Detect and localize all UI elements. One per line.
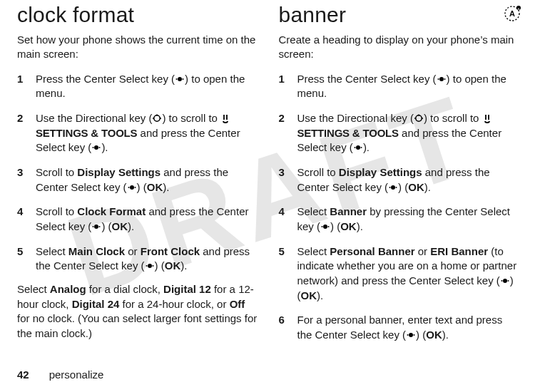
settings-tools-icon: [482, 113, 492, 123]
clock-format-section: clock format Set how your phone shows th…: [17, 3, 259, 353]
settings-tools-icon: [220, 113, 230, 123]
center-select-key-icon: [437, 73, 447, 83]
center-select-key-icon: [500, 275, 510, 285]
svg-point-33: [391, 185, 395, 190]
svg-point-42: [409, 333, 413, 337]
svg-point-37: [322, 226, 323, 227]
center-select-key-icon: [91, 221, 101, 231]
svg-point-28: [422, 118, 423, 119]
svg-point-20: [148, 264, 152, 268]
step-text: Use the Directional key () to scroll to …: [36, 111, 259, 155]
center-select-key-icon: [175, 73, 185, 83]
clock-format-note: Select Analog for a dial clock, Digital …: [17, 282, 259, 341]
page-number: 42: [17, 368, 29, 381]
svg-marker-29: [417, 114, 419, 115]
clock-format-intro: Set how your phone shows the current tim…: [17, 33, 259, 62]
svg-point-23: [439, 77, 444, 81]
step-number: 5: [279, 244, 289, 304]
list-item: 5 Select Personal Banner or ERI Banner (…: [279, 244, 521, 304]
list-item: 3 Scroll to Display Settings and press t…: [17, 165, 259, 195]
step-text: Select Banner by pressing the Center Sel…: [297, 205, 521, 234]
step-number: 4: [279, 205, 289, 234]
svg-point-44: [414, 334, 415, 336]
center-select-key-icon: [145, 260, 155, 270]
svg-point-4: [178, 77, 182, 81]
svg-point-8: [153, 118, 154, 119]
svg-point-24: [437, 78, 439, 80]
svg-point-12: [93, 147, 94, 148]
directional-key-icon: [414, 113, 424, 123]
step-number: 2: [17, 111, 27, 155]
step-text: Press the Center Select key () to open t…: [36, 72, 259, 101]
step-text: Select Personal Banner or ERI Banner (to…: [297, 244, 521, 304]
svg-point-35: [396, 187, 397, 188]
step-number: 6: [279, 313, 289, 342]
svg-point-11: [94, 145, 98, 150]
svg-point-18: [93, 226, 94, 227]
center-select-key-icon: [406, 329, 416, 339]
svg-point-41: [507, 280, 509, 282]
svg-point-25: [444, 78, 445, 80]
svg-point-43: [407, 334, 409, 336]
step-number: 4: [17, 205, 27, 234]
svg-point-22: [152, 265, 153, 267]
svg-point-31: [354, 147, 355, 148]
banner-section: banner Create a heading to display on yo…: [279, 3, 521, 353]
svg-point-13: [99, 147, 101, 148]
step-text: Scroll to Display Settings and press the…: [297, 165, 521, 195]
step-number: 1: [17, 72, 27, 101]
clock-format-heading: clock format: [17, 3, 259, 27]
step-text: Press the Center Select key () to open t…: [297, 72, 521, 101]
list-item: 1 Press the Center Select key () to open…: [17, 72, 259, 101]
list-item: 4 Scroll to Clock Format and press the C…: [17, 205, 259, 234]
svg-point-39: [503, 279, 507, 283]
svg-point-27: [414, 118, 416, 119]
svg-point-5: [176, 78, 178, 80]
step-text: Scroll to Display Settings and press the…: [36, 165, 259, 195]
svg-point-30: [356, 145, 360, 150]
list-item: 3 Scroll to Display Settings and press t…: [279, 165, 521, 195]
list-item: 6 For a personal banner, enter text and …: [279, 313, 521, 342]
step-text: Use the Directional key () to scroll to …: [297, 111, 521, 155]
center-select-key-icon: [388, 182, 398, 192]
step-text: Select Main Clock or Front Clock and pre…: [36, 244, 259, 274]
svg-point-17: [94, 225, 98, 229]
list-item: 2 Use the Directional key () to scroll t…: [17, 111, 259, 155]
list-item: 5 Select Main Clock or Front Clock and p…: [17, 244, 259, 274]
list-item: 2 Use the Directional key () to scroll t…: [279, 111, 521, 155]
step-number: 2: [279, 111, 289, 155]
svg-point-26: [416, 115, 422, 121]
svg-point-32: [360, 147, 362, 148]
center-select-key-icon: [353, 142, 363, 152]
svg-point-36: [323, 225, 327, 229]
svg-point-7: [154, 115, 160, 121]
banner-intro: Create a heading to display on your phon…: [279, 33, 521, 62]
banner-steps: 1 Press the Center Select key () to open…: [279, 72, 521, 343]
center-select-key-icon: [91, 142, 101, 152]
svg-point-38: [328, 226, 330, 227]
svg-point-14: [130, 185, 134, 190]
list-item: 4 Select Banner by pressing the Center S…: [279, 205, 521, 234]
svg-point-21: [146, 265, 147, 267]
center-select-key-icon: [320, 221, 330, 231]
svg-point-6: [183, 78, 184, 80]
svg-point-34: [389, 187, 391, 188]
step-number: 1: [279, 72, 289, 101]
directional-key-icon: [152, 113, 162, 123]
svg-point-19: [99, 226, 101, 227]
section-label: personalize: [49, 368, 104, 381]
step-text: For a personal banner, enter text and pr…: [297, 313, 521, 342]
svg-point-16: [134, 187, 136, 188]
step-number: 5: [17, 244, 27, 274]
banner-heading: banner: [279, 3, 521, 27]
clock-format-steps: 1 Press the Center Select key () to open…: [17, 72, 259, 274]
svg-point-15: [128, 187, 129, 188]
step-number: 3: [279, 165, 289, 195]
svg-point-40: [501, 280, 502, 282]
step-number: 3: [17, 165, 27, 195]
svg-marker-10: [156, 114, 158, 115]
list-item: 1 Press the Center Select key () to open…: [279, 72, 521, 101]
center-select-key-icon: [127, 182, 137, 192]
step-text: Scroll to Clock Format and press the Cen…: [36, 205, 259, 234]
page-footer: 42personalize: [17, 368, 103, 381]
